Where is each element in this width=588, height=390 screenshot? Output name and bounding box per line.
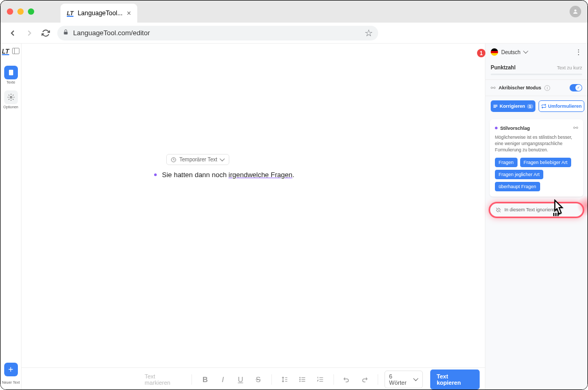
svg-rect-9	[301, 379, 305, 379]
lock-icon	[63, 29, 69, 37]
word-count-dropdown[interactable]: 6 Wörter	[384, 371, 423, 388]
window-maximize[interactable]	[28, 8, 34, 15]
numbered-list-button[interactable]	[313, 373, 327, 386]
temp-text-label: Temporärer Text	[179, 157, 217, 162]
forward-button[interactable]	[25, 28, 34, 38]
svg-point-0	[574, 9, 576, 12]
browser-chrome: LT LanguageTool... ×	[1, 1, 587, 23]
line-spacing-button[interactable]	[278, 373, 292, 386]
panel-toggle-icon[interactable]	[12, 48, 19, 54]
tab-close-icon[interactable]: ×	[127, 9, 131, 17]
text-after: .	[292, 171, 295, 179]
tab-favicon-icon: LT	[67, 10, 74, 16]
sidebar-texts-button[interactable]	[4, 66, 18, 79]
separator	[191, 374, 192, 385]
action-buttons: Korrigieren 1 Umformulieren	[485, 96, 587, 116]
svg-rect-10	[301, 381, 305, 381]
rephrase-label: Umformulieren	[548, 104, 582, 109]
svg-point-6	[299, 378, 300, 379]
suggestion-title: Stilvorschlag	[500, 126, 530, 131]
format-toolbar: Text markieren B I U S	[22, 367, 485, 390]
url-bar[interactable]: LanguageTool.com/editor ☆	[57, 26, 378, 40]
suggestion-chip[interactable]: Fragen jeglicher Art	[495, 170, 543, 179]
new-text-button[interactable]: +	[4, 363, 18, 376]
clock-icon	[171, 157, 176, 162]
new-text-label: Neuer Text	[2, 381, 20, 384]
score-label: Punktzahl	[491, 65, 515, 70]
suggestion-chips: Fragen Fragen beliebiger Art Fragen jegl…	[495, 158, 578, 191]
left-sidebar: LT Texte Optionen + Neuer Text	[1, 44, 22, 390]
more-menu-icon[interactable]: ⋮	[575, 48, 582, 56]
sidebar-options-label: Optionen	[3, 105, 18, 109]
german-flag-icon	[491, 48, 498, 56]
panel-header: Deutsch ⋮	[485, 44, 587, 60]
sidebar-texts-label: Texte	[6, 80, 15, 84]
traffic-lights	[7, 8, 34, 15]
profile-icon[interactable]	[570, 6, 581, 17]
window-minimize[interactable]	[17, 8, 24, 15]
chevron-down-icon	[220, 158, 225, 162]
chevron-down-icon	[414, 377, 418, 382]
text-highlight[interactable]: irgendwelche Fragen	[229, 171, 292, 179]
separator	[333, 374, 334, 385]
score-section: Punktzahl Text zu kurz	[485, 60, 587, 79]
bookmark-star-icon[interactable]: ☆	[364, 27, 373, 39]
back-button[interactable]	[8, 28, 17, 38]
editor-text-line[interactable]: Sie hatten dann noch irgendwelche Fragen…	[154, 171, 295, 179]
glasses-icon: ⚯	[491, 85, 495, 91]
text-before: Sie hatten dann noch	[162, 171, 229, 179]
rephrase-button[interactable]: Umformulieren	[539, 100, 584, 112]
editor-area: Temporärer Text Sie hatten dann noch irg…	[22, 44, 485, 390]
issue-marker-icon[interactable]	[154, 173, 157, 176]
link-icon[interactable]: ⚯	[573, 125, 578, 131]
reload-button[interactable]	[42, 29, 50, 37]
strikethrough-button[interactable]: S	[251, 373, 265, 386]
italic-button[interactable]: I	[216, 373, 230, 386]
copy-text-button[interactable]: Text kopieren	[430, 370, 480, 389]
underline-button[interactable]: U	[234, 373, 247, 386]
bullet-list-button[interactable]	[296, 373, 309, 386]
info-icon[interactable]: i	[544, 85, 550, 91]
svg-rect-2	[8, 70, 13, 76]
suggestion-description: Möglicherweise ist es stilistisch besser…	[495, 135, 578, 153]
ignore-icon	[495, 207, 501, 213]
suggestion-chip[interactable]: Fragen beliebiger Art	[520, 158, 572, 167]
svg-rect-1	[64, 32, 68, 35]
mode-label: Akribischer Modus	[499, 85, 541, 90]
separator	[271, 374, 272, 385]
browser-tab[interactable]: LT LanguageTool... ×	[60, 4, 137, 23]
bold-button[interactable]: B	[198, 373, 212, 386]
word-count-text: 6 Wörter	[389, 373, 411, 386]
picky-mode-toggle[interactable]	[570, 84, 582, 91]
app-container: LT Texte Optionen + Neuer Text Temporäre…	[1, 44, 587, 390]
lt-logo-icon[interactable]: LT	[2, 48, 9, 56]
redo-button[interactable]	[358, 373, 371, 386]
language-text[interactable]: Deutsch	[501, 49, 521, 55]
editor-content[interactable]: Temporärer Text Sie hatten dann noch irg…	[22, 44, 485, 367]
sidebar-options-button[interactable]	[4, 90, 18, 104]
suggestion-chip[interactable]: Fragen	[495, 158, 518, 167]
picky-mode-row: ⚯ Akribischer Modus i	[485, 79, 587, 96]
separator	[378, 374, 378, 385]
svg-point-3	[10, 96, 12, 98]
correct-label: Korrigieren	[500, 104, 525, 109]
error-count-text: 1	[480, 50, 483, 56]
temp-text-chip[interactable]: Temporärer Text	[166, 154, 229, 165]
url-bar-row: LanguageTool.com/editor ☆	[1, 23, 587, 44]
chevron-down-icon[interactable]	[524, 50, 528, 54]
error-count-badge[interactable]: 1	[477, 49, 485, 57]
rephrase-icon	[541, 104, 546, 109]
undo-button[interactable]	[340, 373, 354, 386]
tab-title: LanguageTool...	[78, 9, 123, 17]
svg-rect-8	[301, 377, 305, 377]
svg-rect-11	[493, 105, 498, 106]
svg-point-7	[299, 381, 300, 382]
correct-button[interactable]: Korrigieren 1	[491, 100, 535, 112]
score-hint: Text zu kurz	[557, 65, 582, 70]
ignore-in-text-button[interactable]: In diesem Text ignorieren	[489, 202, 584, 218]
score-bar	[491, 74, 582, 75]
suggestion-chip[interactable]: überhaupt Fragen	[495, 182, 540, 191]
window-close[interactable]	[7, 8, 13, 15]
svg-point-5	[299, 377, 300, 378]
right-panel: 1 Deutsch ⋮ Punktzahl Text zu kurz ⚯ Akr…	[485, 44, 587, 390]
